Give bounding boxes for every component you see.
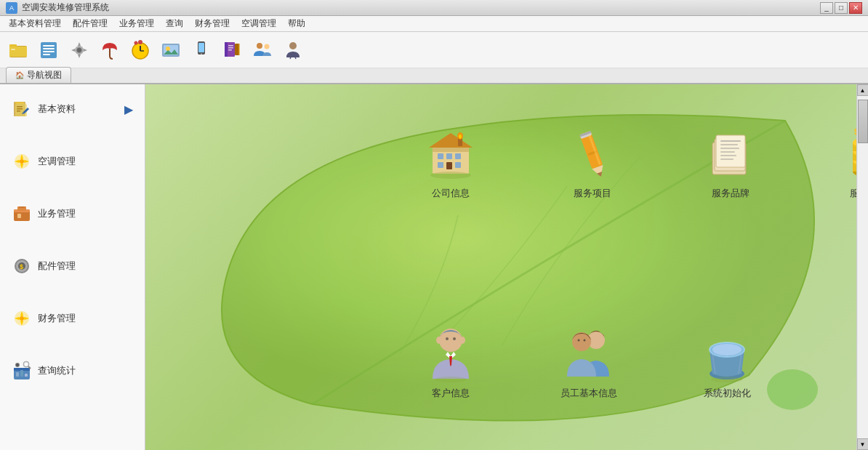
group-icon <box>252 40 273 60</box>
menu-bar: 基本资料管理 配件管理 业务管理 查询 财务管理 空调管理 帮助 <box>0 16 868 32</box>
sidebar-icon-query <box>12 361 32 381</box>
menu-finance[interactable]: 财务管理 <box>189 16 236 32</box>
svg-rect-59 <box>16 372 19 377</box>
svg-point-43 <box>20 159 24 164</box>
employee-label: 员工基本信息 <box>560 387 617 400</box>
service-items-label: 服务项目 <box>574 187 611 200</box>
menu-parts[interactable]: 配件管理 <box>67 16 113 32</box>
sidebar: 基本资料 ▶ 空调管理 <box>0 84 145 450</box>
nav-system-init[interactable]: 系统初始化 <box>698 324 756 400</box>
svg-point-114 <box>578 339 580 342</box>
person-icon <box>283 40 303 60</box>
scrollbar[interactable]: ▲ ▼ <box>856 84 868 450</box>
toolbar-folder-btn[interactable] <box>4 36 32 64</box>
sidebar-icon-parts: $ <box>12 256 32 276</box>
clock-icon <box>130 40 150 60</box>
nav-service-brand[interactable]: 服务品牌 <box>702 124 760 200</box>
title-bar: A 空调安装堆修管理系统 _ □ ✕ <box>0 0 868 16</box>
sidebar-item-basic[interactable]: 基本资料 ▶ <box>0 90 145 128</box>
svg-text:$: $ <box>20 263 23 270</box>
sidebar-icon-basic <box>12 99 32 119</box>
scroll-thumb[interactable] <box>858 100 868 143</box>
svg-rect-70 <box>455 153 461 159</box>
menu-query[interactable]: 查询 <box>160 16 189 32</box>
svg-rect-72 <box>446 162 452 169</box>
sidebar-item-ac[interactable]: 空调管理 <box>0 142 145 180</box>
nav-employee-info[interactable]: 员工基本信息 <box>560 324 618 400</box>
svg-rect-5 <box>43 45 55 47</box>
svg-text:$: $ <box>854 128 856 136</box>
svg-point-77 <box>459 134 462 139</box>
list-icon <box>39 40 59 60</box>
window-title: 空调安装堆修管理系统 <box>22 1 109 14</box>
sidebar-icon-ac <box>12 151 32 172</box>
main-area: 基本资料 ▶ 空调管理 <box>0 84 868 450</box>
svg-rect-2 <box>9 47 27 57</box>
svg-rect-90 <box>720 144 738 145</box>
svg-point-58 <box>16 363 19 366</box>
menu-help[interactable]: 帮助 <box>282 16 311 32</box>
toolbar-settings-btn[interactable] <box>65 36 93 64</box>
svg-rect-73 <box>455 162 461 168</box>
nav-service-items[interactable]: 服务项目 <box>563 124 622 200</box>
folder-icon <box>8 40 28 60</box>
toolbar-device-btn[interactable] <box>188 36 215 64</box>
maximize-btn[interactable]: □ <box>835 2 848 14</box>
app-icon: A <box>6 2 17 14</box>
photo-icon <box>161 40 181 60</box>
minimize-btn[interactable]: _ <box>820 2 833 14</box>
svg-point-113 <box>572 332 591 351</box>
svg-rect-68 <box>438 153 443 159</box>
svg-rect-28 <box>228 49 232 51</box>
svg-point-109 <box>459 337 465 344</box>
service-price-label: 服务报价 <box>850 187 856 200</box>
service-brand-icon-img <box>702 124 760 182</box>
scroll-down-btn[interactable]: ▼ <box>857 438 869 450</box>
svg-point-16 <box>138 40 142 44</box>
toolbar-clock-btn[interactable] <box>126 36 154 64</box>
svg-marker-74 <box>429 133 473 148</box>
sidebar-item-query[interactable]: 查询统计 <box>0 352 145 390</box>
service-items-icon-img <box>563 124 622 182</box>
svg-rect-48 <box>17 214 21 218</box>
svg-rect-38 <box>17 106 23 108</box>
tab-bar: 🏠 导航视图 <box>0 68 868 84</box>
menu-biz[interactable]: 业务管理 <box>113 16 160 32</box>
toolbar-umbrella-btn[interactable] <box>96 36 124 64</box>
tab-nav-view[interactable]: 🏠 导航视图 <box>6 67 71 83</box>
sidebar-item-finance[interactable]: 财务管理 <box>0 300 145 337</box>
svg-point-105 <box>439 329 462 352</box>
toolbar-person-btn[interactable] <box>279 36 307 64</box>
employee-icon-img <box>560 324 618 382</box>
toolbar-list-btn[interactable] <box>35 36 63 64</box>
nav-company-info[interactable]: 公司信息 <box>422 124 480 200</box>
nav-customer-info[interactable]: 客户信息 <box>422 324 480 400</box>
svg-point-120 <box>711 377 743 382</box>
svg-rect-94 <box>720 158 734 160</box>
svg-point-63 <box>25 363 28 366</box>
sidebar-item-biz[interactable]: 业务管理 <box>0 195 145 233</box>
title-bar-left: A 空调安装堆修管理系统 <box>6 1 109 14</box>
nav-service-price[interactable]: $ $ $ 服务报价 <box>840 124 856 200</box>
scroll-up-btn[interactable]: ▲ <box>857 84 869 96</box>
company-icon-img <box>422 124 480 182</box>
umbrella-icon <box>100 40 120 60</box>
menu-basic-info[interactable]: 基本资料管理 <box>3 16 67 32</box>
close-btn[interactable]: ✕ <box>849 2 862 14</box>
sidebar-icon-finance <box>12 308 32 329</box>
sidebar-label-query: 查询统计 <box>38 364 76 377</box>
svg-rect-60 <box>20 370 23 377</box>
toolbar-group-btn[interactable] <box>249 36 276 64</box>
sidebar-item-parts[interactable]: $ 配件管理 <box>0 247 145 285</box>
menu-ac[interactable]: 空调管理 <box>236 16 282 32</box>
svg-rect-25 <box>225 42 228 57</box>
svg-point-106 <box>446 337 449 340</box>
toolbar-photo-btn[interactable] <box>157 36 185 64</box>
toolbar-book-btn[interactable] <box>218 36 246 64</box>
svg-rect-39 <box>17 108 23 110</box>
window-controls[interactable]: _ □ ✕ <box>820 2 862 14</box>
sidebar-label-ac: 空调管理 <box>38 155 76 168</box>
svg-point-108 <box>436 337 442 344</box>
svg-point-78 <box>430 172 471 179</box>
svg-rect-93 <box>720 155 736 156</box>
